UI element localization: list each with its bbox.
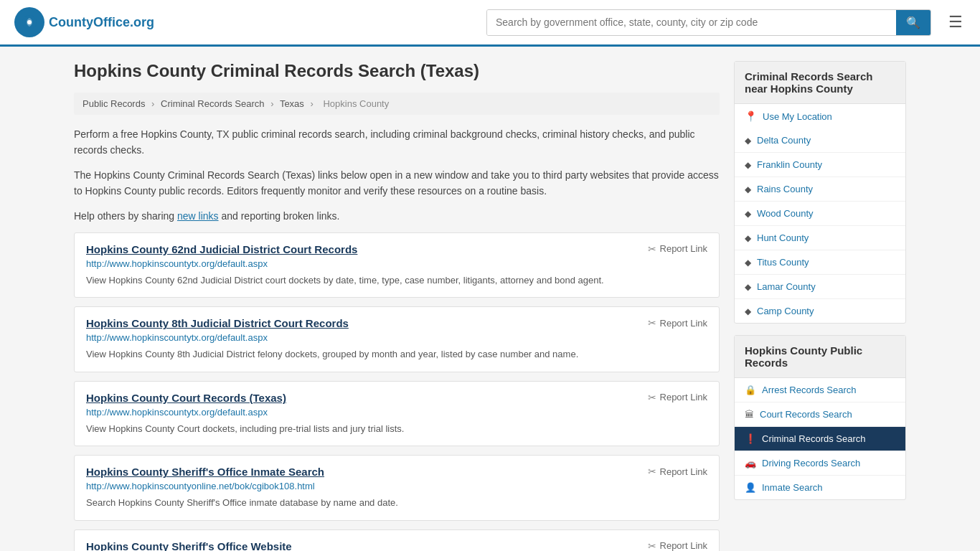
pr-item-4: 👤 Inmate Search [735,476,905,499]
description-1: Perform a free Hopkins County, TX public… [74,126,720,159]
report-icon: ✂ [648,466,656,477]
report-link-0[interactable]: ✂ Report Link [648,243,707,255]
county-icon: ◆ [745,136,751,146]
county-item-5: ◆ Titus County [735,250,905,275]
use-location-link[interactable]: 📍 Use My Location [735,104,905,128]
county-label-1: Franklin County [757,159,822,170]
county-label-7: Camp County [757,306,814,316]
record-icon-1: 🏛 [745,409,754,420]
county-link-7[interactable]: ◆ Camp County [735,299,905,323]
results-list: Hopkins County 62nd Judicial District Co… [74,232,720,551]
hamburger-icon: ☰ [948,13,963,31]
county-list: ◆ Delta County ◆ Franklin County ◆ Rains… [735,128,905,323]
breadcrumb-sep3: › [310,98,313,109]
pr-label-2: Criminal Records Search [762,433,866,444]
county-link-2[interactable]: ◆ Rains County [735,177,905,201]
logo[interactable]: CountyOffice.org [14,7,154,37]
nearby-list: 📍 Use My Location [735,104,905,128]
result-title-3[interactable]: Hopkins County Sheriff's Office Inmate S… [86,466,324,478]
result-url-0[interactable]: http://www.hopkinscountytx.org/default.a… [86,258,707,269]
result-header: Hopkins County Court Records (Texas) ✂ R… [86,392,707,404]
menu-button[interactable]: ☰ [946,10,966,34]
county-item-7: ◆ Camp County [735,299,905,323]
result-url-2[interactable]: http://www.hopkinscountytx.org/default.a… [86,407,707,418]
county-link-4[interactable]: ◆ Hunt County [735,226,905,250]
search-input[interactable] [487,10,896,35]
result-header: Hopkins County Sheriff's Office Website … [86,540,707,551]
county-label-5: Titus County [757,257,809,268]
pr-item-0: 🔒 Arrest Records Search [735,378,905,402]
pr-item-1: 🏛 Court Records Search [735,402,905,427]
result-url-1[interactable]: http://www.hopkinscountytx.org/default.a… [86,332,707,343]
new-links[interactable]: new links [177,210,219,222]
svg-point-1 [27,20,32,24]
county-link-5[interactable]: ◆ Titus County [735,250,905,274]
county-item-2: ◆ Rains County [735,177,905,202]
county-link-3[interactable]: ◆ Wood County [735,202,905,225]
county-icon: ◆ [745,160,751,170]
result-item: Hopkins County Court Records (Texas) ✂ R… [74,381,720,447]
pr-label-0: Arrest Records Search [762,385,857,395]
report-link-3[interactable]: ✂ Report Link [648,466,707,477]
pr-item-3: 🚗 Driving Records Search [735,451,905,476]
search-icon: 🔍 [906,17,920,29]
result-header: Hopkins County 8th Judicial District Cou… [86,317,707,329]
county-link-1[interactable]: ◆ Franklin County [735,153,905,176]
description-3-pre: Help others by sharing [74,210,177,222]
description-3-post: and reporting broken links. [219,210,340,222]
pr-label-4: Inmate Search [762,482,823,493]
record-icon-2: ❗ [745,433,756,444]
pr-item-2: ❗ Criminal Records Search [735,427,905,451]
nearby-section: Criminal Records Search near Hopkins Cou… [734,61,906,324]
public-records-section: Hopkins County Public Records 🔒 Arrest R… [734,335,906,500]
report-link-2[interactable]: ✂ Report Link [648,392,707,403]
result-item: Hopkins County 62nd Judicial District Co… [74,232,720,298]
breadcrumb-current: Hopkins County [323,98,389,109]
search-bar: 🔍 [486,9,931,36]
report-link-4[interactable]: ✂ Report Link [648,540,707,551]
logo-text: CountyOffice.org [49,15,154,30]
result-title-2[interactable]: Hopkins County Court Records (Texas) [86,392,286,404]
breadcrumb-sep2: › [270,98,273,109]
header: CountyOffice.org 🔍 ☰ [0,0,980,47]
nearby-title: Criminal Records Search near Hopkins Cou… [735,62,905,104]
page-title: Hopkins County Criminal Records Search (… [74,61,720,81]
pr-link-2[interactable]: ❗ Criminal Records Search [735,427,905,451]
breadcrumb-texas[interactable]: Texas [280,98,304,109]
county-link-6[interactable]: ◆ Lamar County [735,275,905,298]
result-desc-3: Search Hopkins County Sheriff's Office i… [86,496,707,510]
record-icon-0: 🔒 [745,385,756,395]
pr-link-3[interactable]: 🚗 Driving Records Search [735,451,905,475]
public-records-list: 🔒 Arrest Records Search 🏛 Court Records … [735,378,905,499]
report-icon: ✂ [648,392,656,403]
result-item: Hopkins County Sheriff's Office Website … [74,529,720,551]
breadcrumb-criminal-records[interactable]: Criminal Records Search [161,98,265,109]
result-item: Hopkins County Sheriff's Office Inmate S… [74,455,720,521]
result-title-4[interactable]: Hopkins County Sheriff's Office Website [86,540,292,551]
page-container: Hopkins County Criminal Records Search (… [60,47,920,551]
county-link-0[interactable]: ◆ Delta County [735,128,905,152]
pr-link-1[interactable]: 🏛 Court Records Search [735,402,905,426]
result-header: Hopkins County 62nd Judicial District Co… [86,243,707,255]
county-icon: ◆ [745,209,751,219]
pr-link-0[interactable]: 🔒 Arrest Records Search [735,378,905,402]
breadcrumb-public-records[interactable]: Public Records [83,98,145,109]
search-button[interactable]: 🔍 [896,10,930,35]
county-item-0: ◆ Delta County [735,128,905,153]
use-location-label: Use My Location [763,111,832,122]
pr-label-3: Driving Records Search [762,458,860,468]
result-url-3[interactable]: http://www.hopkinscountyonline.net/bok/c… [86,481,707,491]
result-desc-2: View Hopkins County Court dockets, inclu… [86,422,707,436]
county-label-6: Lamar County [757,281,816,292]
county-item-6: ◆ Lamar County [735,275,905,299]
pr-link-4[interactable]: 👤 Inmate Search [735,476,905,499]
use-location-item: 📍 Use My Location [735,104,905,128]
county-icon: ◆ [745,282,751,292]
result-title-0[interactable]: Hopkins County 62nd Judicial District Co… [86,243,357,255]
county-item-4: ◆ Hunt County [735,226,905,250]
county-icon: ◆ [745,233,751,243]
pr-label-1: Court Records Search [760,409,852,420]
location-icon: 📍 [745,110,757,122]
result-title-1[interactable]: Hopkins County 8th Judicial District Cou… [86,317,349,329]
report-link-1[interactable]: ✂ Report Link [648,317,707,329]
